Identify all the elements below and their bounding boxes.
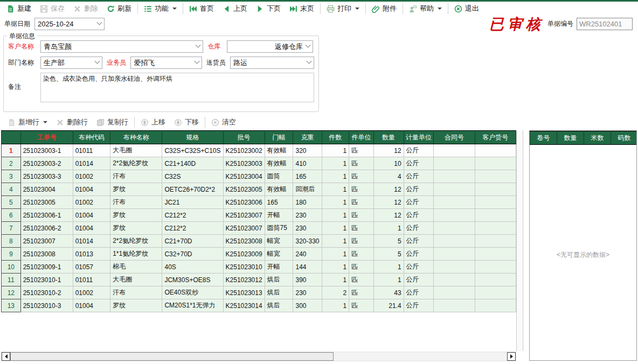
delete-button[interactable]: 删除	[69, 2, 102, 15]
cell[interactable]: 圆筒75	[265, 222, 293, 235]
cell[interactable]: K251023003	[223, 157, 265, 170]
doc-no-field[interactable]: WR25102401	[577, 18, 633, 30]
row-number[interactable]: 7	[2, 222, 21, 235]
cell[interactable]: 251023010-1	[20, 274, 73, 286]
cell[interactable]: K251023014	[223, 299, 265, 312]
cell[interactable]: 01002	[73, 286, 110, 299]
cell[interactable]: K251023005	[223, 183, 265, 196]
refresh-button[interactable]: 刷新	[102, 2, 136, 15]
cell[interactable]: 01004	[73, 209, 110, 222]
cell[interactable]: 300	[293, 299, 322, 312]
cell[interactable]: C212*2	[162, 222, 223, 235]
cell[interactable]: 2*2氨纶罗纹	[110, 235, 162, 248]
cell[interactable]: C32S+C32S+C10S	[162, 144, 223, 157]
cell[interactable]: 烘后	[265, 274, 293, 286]
cell[interactable]: 罗纹	[110, 299, 162, 312]
column-header[interactable]: 卷号	[530, 131, 557, 145]
cell[interactable]: 230	[293, 209, 322, 222]
column-header[interactable]: 规格	[162, 131, 223, 144]
cell[interactable]: 12	[373, 209, 404, 222]
cell[interactable]	[475, 209, 516, 222]
column-header[interactable]: 数量	[557, 131, 584, 145]
cell[interactable]: 匹	[349, 196, 374, 209]
vertical-scrollbar[interactable]	[516, 130, 523, 351]
cell[interactable]: OE40S双纱	[162, 286, 223, 299]
first-page-button[interactable]: 首页	[185, 2, 218, 15]
cell[interactable]: 有效幅	[265, 157, 293, 170]
cell[interactable]: 01004	[73, 222, 110, 235]
cell[interactable]: 320	[293, 144, 322, 157]
cell[interactable]	[434, 170, 475, 183]
cell[interactable]: 2	[322, 286, 349, 299]
cell[interactable]: 5	[373, 235, 404, 248]
cell[interactable]: 43	[373, 286, 404, 299]
cell[interactable]	[475, 183, 516, 196]
cell[interactable]	[475, 286, 516, 299]
remark-textarea[interactable]: 染色、成衣染色用、只加亲水硅油、外调环烘	[40, 73, 314, 102]
cell[interactable]	[475, 157, 516, 170]
cell[interactable]: 匹	[349, 299, 374, 312]
cell[interactable]	[434, 144, 475, 157]
copy-row-button[interactable]: 复制行	[92, 116, 133, 129]
row-number[interactable]: 3	[2, 170, 21, 183]
cell[interactable]: 165	[293, 170, 322, 183]
cell[interactable]	[475, 235, 516, 248]
move-down-button[interactable]: 下移	[170, 116, 203, 129]
cell[interactable]: 240	[293, 248, 322, 261]
cell[interactable]	[475, 274, 516, 286]
row-number[interactable]: 12	[2, 286, 21, 299]
cell[interactable]: 01011	[73, 274, 110, 286]
cell[interactable]: 匹	[349, 170, 374, 183]
cell[interactable]: K251023012	[223, 274, 265, 286]
cell[interactable]: 匹	[349, 261, 374, 274]
cell[interactable]: 1	[322, 235, 349, 248]
cell[interactable]: C212*2	[162, 209, 223, 222]
cell[interactable]: OETC26+70D2*2	[162, 183, 223, 196]
cell[interactable]: 公斤	[404, 170, 434, 183]
salesman-select[interactable]: 爱招飞	[130, 57, 202, 69]
add-row-button[interactable]: 新增行	[3, 116, 52, 129]
row-number[interactable]: 8	[2, 235, 21, 248]
cell[interactable]: 公斤	[404, 196, 434, 209]
cell[interactable]: JC21	[162, 196, 223, 209]
print-button[interactable]: 打印	[322, 2, 364, 15]
cell[interactable]: 公斤	[404, 261, 434, 274]
cell[interactable]: 1	[322, 248, 349, 261]
cell[interactable]: 1	[322, 274, 349, 286]
cell[interactable]: 1	[373, 261, 404, 274]
cell[interactable]: 251023006-2	[20, 222, 73, 235]
cell[interactable]: 21.4	[373, 299, 404, 312]
cell[interactable]: 1	[322, 261, 349, 274]
cell[interactable]: 01011	[73, 144, 110, 157]
cell[interactable]: 回潮后	[293, 183, 322, 196]
row-number[interactable]: 2	[2, 157, 21, 170]
horizontal-scrollbar[interactable]	[1, 352, 516, 361]
cell[interactable]: 1	[322, 299, 349, 312]
cell[interactable]: 251023009-1	[20, 261, 73, 274]
row-number[interactable]: 11	[2, 274, 21, 286]
cell[interactable]: 1*1氨纶罗纹	[110, 248, 162, 261]
attachment-button[interactable]: 附件	[367, 2, 401, 15]
cell[interactable]: C32S	[162, 170, 223, 183]
date-select[interactable]: 2025-10-24	[34, 18, 105, 30]
cell[interactable]: 1	[322, 157, 349, 170]
row-number[interactable]: 9	[2, 248, 21, 261]
cell[interactable]: 01004	[73, 299, 110, 312]
cell[interactable]	[434, 235, 475, 248]
cell[interactable]	[475, 261, 516, 274]
cell[interactable]	[475, 248, 516, 261]
cell[interactable]	[475, 196, 516, 209]
cell[interactable]: 5	[373, 248, 404, 261]
cell[interactable]: 有效幅	[265, 183, 293, 196]
cell[interactable]: 01013	[73, 248, 110, 261]
cell[interactable]: 大毛圈	[110, 274, 162, 286]
column-header[interactable]: 布种名称	[110, 131, 162, 144]
cell[interactable]: 01014	[73, 235, 110, 248]
cell[interactable]: 开幅	[265, 209, 293, 222]
cell[interactable]: 匹	[349, 183, 374, 196]
new-button[interactable]: 新建	[2, 2, 36, 15]
cell[interactable]	[434, 286, 475, 299]
column-header[interactable]: 码数	[611, 131, 637, 145]
column-header[interactable]: 合同号	[434, 131, 475, 144]
cell[interactable]: 01002	[73, 170, 110, 183]
